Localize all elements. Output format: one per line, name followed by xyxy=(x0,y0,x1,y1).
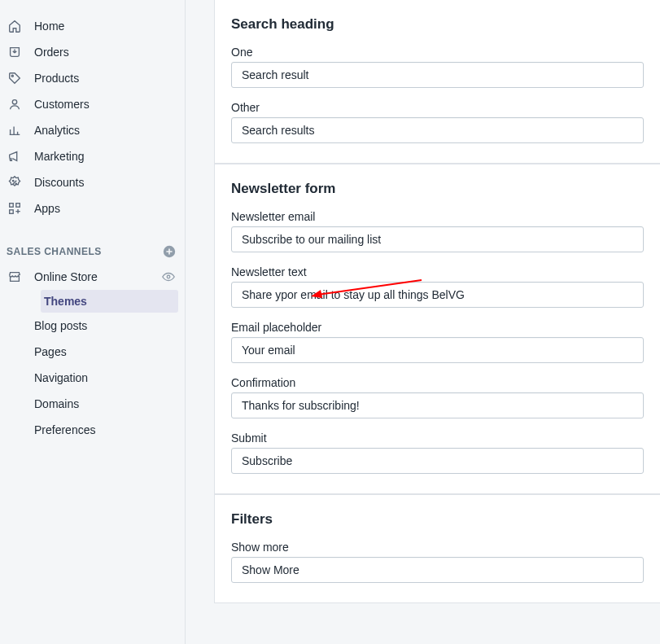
nav-label: Apps xyxy=(34,202,177,215)
svg-rect-6 xyxy=(10,210,14,214)
nav-analytics[interactable]: Analytics xyxy=(0,117,185,143)
field-submit: Submit xyxy=(231,432,644,474)
subnav-themes[interactable]: Themes xyxy=(41,290,178,313)
input-show-more[interactable] xyxy=(231,557,644,583)
input-submit-label[interactable] xyxy=(231,448,644,474)
field-label: One xyxy=(231,46,644,59)
subnav-domains[interactable]: Domains xyxy=(34,391,185,417)
subnav-navigation[interactable]: Navigation xyxy=(34,365,185,391)
nav-label: Discounts xyxy=(34,176,177,189)
nav-label: Orders xyxy=(34,46,177,59)
nav-customers[interactable]: Customers xyxy=(0,91,185,117)
tag-icon xyxy=(7,70,23,86)
field-newsletter-text: Newsletter text xyxy=(231,265,644,308)
main-content: Search heading One Other Newsletter form… xyxy=(186,0,660,644)
nav-label: Products xyxy=(34,72,177,85)
field-one: One xyxy=(231,46,644,88)
section-newsletter-form: Newsletter form Newsletter email Newslet… xyxy=(214,164,660,494)
svg-rect-5 xyxy=(16,204,20,208)
nav-label: Marketing xyxy=(34,150,177,163)
sales-channels-label: SALES CHANNELS xyxy=(7,246,102,257)
user-icon xyxy=(7,96,23,112)
nav-apps[interactable]: Apps xyxy=(0,195,185,221)
field-label: Confirmation xyxy=(231,376,644,389)
input-newsletter-text[interactable] xyxy=(231,282,644,308)
input-search-other[interactable] xyxy=(231,117,644,143)
field-label: Other xyxy=(231,101,644,114)
svg-point-0 xyxy=(11,75,13,77)
subnav-label: Blog posts xyxy=(34,319,177,332)
section-search-heading: Search heading One Other xyxy=(214,0,660,164)
input-newsletter-email[interactable] xyxy=(231,226,644,252)
field-other: Other xyxy=(231,101,644,143)
add-channel-button[interactable] xyxy=(162,244,177,259)
input-email-placeholder[interactable] xyxy=(231,337,644,363)
field-confirmation: Confirmation xyxy=(231,376,644,418)
svg-rect-4 xyxy=(10,204,14,208)
nav-marketing[interactable]: Marketing xyxy=(0,143,185,169)
section-filters: Filters Show more xyxy=(214,494,660,603)
apps-icon xyxy=(7,200,23,217)
field-label: Newsletter text xyxy=(231,265,644,278)
subnav-label: Preferences xyxy=(34,423,177,436)
svg-point-1 xyxy=(12,100,16,104)
field-label: Newsletter email xyxy=(231,210,644,223)
field-label: Email placeholder xyxy=(231,321,644,334)
section-title: Filters xyxy=(231,511,644,528)
svg-point-8 xyxy=(167,275,170,278)
nav-label: Customers xyxy=(34,98,177,111)
nav-orders[interactable]: Orders xyxy=(0,39,185,65)
view-store-button[interactable] xyxy=(160,269,177,285)
analytics-icon xyxy=(7,122,23,138)
field-label: Submit xyxy=(231,432,644,445)
nav-products[interactable]: Products xyxy=(0,65,185,91)
subnav-blog-posts[interactable]: Blog posts xyxy=(34,313,185,339)
nav-home[interactable]: Home xyxy=(0,13,185,39)
subnav-label: Domains xyxy=(34,397,177,410)
subnav-label: Pages xyxy=(34,345,177,358)
sidebar: Home Orders Products Customers Analytics xyxy=(0,0,186,644)
channel-online-store[interactable]: Online Store xyxy=(0,264,185,290)
field-email-placeholder: Email placeholder xyxy=(231,321,644,363)
orders-icon xyxy=(7,44,23,60)
online-store-subnav: Themes Blog posts Pages Navigation Domai… xyxy=(0,290,185,443)
sales-channels-header: SALES CHANNELS xyxy=(0,239,185,264)
svg-point-2 xyxy=(12,180,13,181)
channel-label: Online Store xyxy=(34,270,160,283)
nav-label: Home xyxy=(34,20,177,33)
field-show-more: Show more xyxy=(231,541,644,583)
input-search-one[interactable] xyxy=(231,62,644,88)
home-icon xyxy=(7,18,23,34)
input-confirmation[interactable] xyxy=(231,392,644,418)
discount-icon xyxy=(7,174,23,191)
subnav-pages[interactable]: Pages xyxy=(34,339,185,365)
section-title: Newsletter form xyxy=(231,181,644,197)
section-title: Search heading xyxy=(231,16,644,33)
field-newsletter-email: Newsletter email xyxy=(231,210,644,252)
megaphone-icon xyxy=(7,148,23,164)
subnav-preferences[interactable]: Preferences xyxy=(34,417,185,443)
store-icon xyxy=(7,269,23,285)
subnav-label: Navigation xyxy=(34,371,177,384)
subnav-label: Themes xyxy=(44,295,175,308)
nav-discounts[interactable]: Discounts xyxy=(0,169,185,195)
field-label: Show more xyxy=(231,541,644,554)
nav-label: Analytics xyxy=(34,124,177,137)
